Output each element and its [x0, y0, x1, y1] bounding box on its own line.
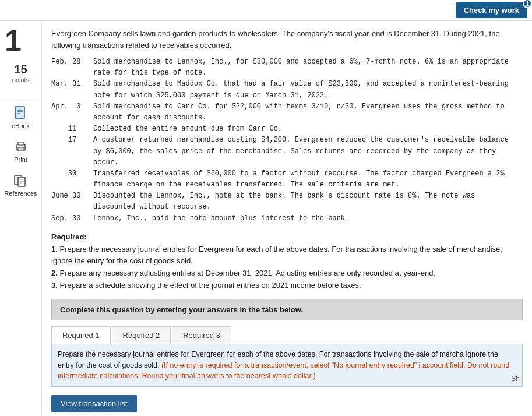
view-transaction-btn-label: View transaction list — [61, 399, 128, 408]
tabs-row: Required 1 Required 2 Required 3 — [51, 326, 523, 344]
intro-text: Evergreen Company sells lawn and garden … — [51, 28, 523, 51]
sidebar-divider — [0, 100, 41, 100]
list-item: Mar. 31 Sold merchandise to Maddox Co. t… — [51, 79, 523, 90]
list-item: by $6,000, the sales price of the mercha… — [51, 146, 523, 157]
list-item: discounted without recourse. — [51, 202, 523, 213]
trans-text: finance charge on the receivables transf… — [93, 179, 400, 191]
points-section: 15 points — [12, 63, 29, 83]
list-item: June 30 Discounted the Lennox, Inc., not… — [51, 191, 523, 202]
svg-rect-5 — [18, 147, 24, 151]
trans-text: A customer returned merchandise costing … — [93, 135, 509, 146]
svg-rect-6 — [18, 142, 24, 145]
trans-text: Transferred receivables of $60,000 to a … — [93, 168, 505, 179]
list-item: 17 A customer returned merchandise costi… — [51, 135, 523, 146]
trans-text: account for cash discounts. — [93, 112, 206, 124]
references-label: References — [4, 190, 37, 197]
required-item-2: 2. Prepare any necessary adjusting entri… — [51, 267, 523, 280]
notification-badge: 1 — [523, 0, 532, 8]
required-item-3: 3. Prepare a schedule showing the effect… — [51, 280, 523, 292]
sh-indicator: Sh — [511, 373, 522, 384]
trans-date: Sep. 30 — [51, 213, 93, 224]
trans-text: Sold merchandise to Maddox Co. that had … — [93, 79, 509, 90]
svg-rect-10 — [18, 177, 25, 186]
trans-date: Feb. 28 — [51, 57, 93, 68]
list-item: note for which $25,000 payment is due on… — [51, 90, 523, 101]
list-item: account for cash discounts. — [51, 112, 523, 124]
trans-date: June 30 — [51, 191, 93, 202]
ebook-nav[interactable]: eBook — [12, 105, 30, 129]
trans-date: Mar. 31 — [51, 79, 93, 90]
content-area: Evergreen Company sells lawn and garden … — [42, 21, 532, 416]
points-value: 15 — [12, 63, 29, 76]
trans-text: note for which $25,000 payment is due on… — [93, 90, 328, 101]
trans-text: rate for this type of note. — [93, 68, 206, 79]
print-nav[interactable]: Print — [13, 139, 29, 163]
references-icon — [12, 172, 29, 189]
check-my-work-label: Check my work — [464, 6, 519, 15]
required-item-1: 1. Prepare the necessary journal entries… — [51, 244, 523, 268]
transaction-list: Feb. 28 Sold merchandise to Lennox, Inc.… — [51, 57, 523, 224]
trans-text: Sold merchandise to Lennox, Inc., for $3… — [93, 57, 509, 68]
trans-text: by $6,000, the sales price of the mercha… — [93, 146, 496, 157]
problem-intro: Evergreen Company sells lawn and garden … — [51, 28, 523, 51]
trans-date: 17 — [51, 135, 93, 146]
trans-text: Sold merchandise to Carr Co. for $22,000… — [93, 101, 505, 112]
top-bar: Check my work 1 — [0, 0, 532, 21]
print-icon — [13, 139, 29, 155]
tab-required-1[interactable]: Required 1 — [51, 326, 111, 344]
tab-required-3-label: Required 3 — [183, 331, 220, 340]
list-item: 11 Collected the entire amount due from … — [51, 124, 523, 135]
trans-text: Discounted the Lennox, Inc., note at the… — [93, 191, 475, 202]
list-item: Feb. 28 Sold merchandise to Lennox, Inc.… — [51, 57, 523, 68]
complete-box-text: Complete this question by entering your … — [60, 305, 514, 314]
trans-date: Apr. 3 — [51, 101, 93, 112]
check-my-work-button[interactable]: Check my work 1 — [456, 2, 527, 18]
required-label: Required: — [51, 232, 87, 241]
list-item: occur. — [51, 157, 523, 168]
instruction-box: Prepare the necessary journal entries fo… — [51, 344, 523, 387]
list-item: rate for this type of note. — [51, 68, 523, 79]
ebook-icon — [12, 105, 29, 121]
view-transaction-list-button[interactable]: View transaction list — [51, 395, 137, 412]
trans-text: Collected the entire amount due from Car… — [93, 124, 282, 135]
print-label: Print — [14, 156, 27, 163]
trans-text: discounted without recourse. — [93, 202, 211, 213]
points-label: points — [12, 76, 29, 83]
list-item: finance charge on the receivables transf… — [51, 179, 523, 191]
trans-date: 11 — [51, 124, 93, 135]
main-layout: 1 15 points eBook — [0, 21, 532, 416]
list-item: Apr. 3 Sold merchandise to Carr Co. for … — [51, 101, 523, 112]
tab-required-3[interactable]: Required 3 — [172, 326, 231, 344]
list-item: 30 Transferred receivables of $60,000 to… — [51, 168, 523, 179]
sidebar: 1 15 points eBook — [0, 21, 42, 416]
required-section: Required: 1. Prepare the necessary journ… — [51, 231, 523, 292]
references-nav[interactable]: References — [4, 172, 37, 197]
question-number: 1 — [0, 26, 22, 56]
ebook-label: eBook — [12, 122, 30, 129]
trans-text: Lennox, Inc., paid the note amount plus … — [93, 213, 349, 224]
complete-box: Complete this question by entering your … — [51, 299, 523, 320]
list-item: Sep. 30 Lennox, Inc., paid the note amou… — [51, 213, 523, 224]
trans-text: occur. — [93, 157, 118, 168]
tab-required-2[interactable]: Required 2 — [112, 326, 171, 344]
tab-required-1-label: Required 1 — [62, 331, 100, 340]
trans-date: 30 — [51, 168, 93, 179]
tab-required-2-label: Required 2 — [123, 331, 160, 340]
svg-rect-0 — [15, 107, 24, 118]
